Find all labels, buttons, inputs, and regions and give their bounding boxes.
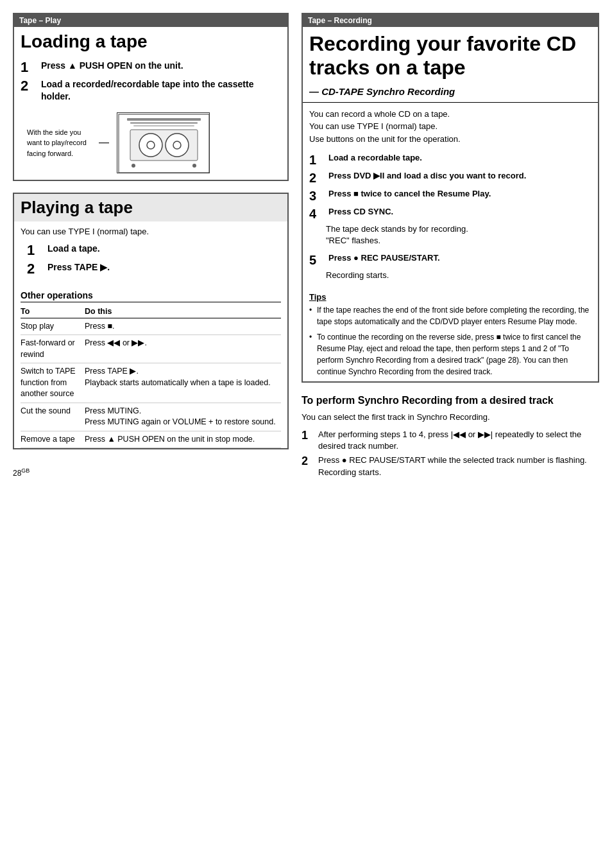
table-row: Fast-forward or rewindPress ◀◀ or ▶▶.: [21, 335, 281, 363]
tape-diagram: [117, 112, 210, 173]
step-text: Press DVD ▶II and load a disc you want t…: [328, 170, 526, 182]
left-column: Tape – Play Loading a tape 1 Press ▲ PUS…: [13, 13, 289, 855]
svg-point-10: [192, 164, 196, 168]
step-text: Press ■ twice to cancel the Resume Play.: [328, 188, 491, 200]
recording-step-4: 4Press CD SYNC.: [303, 204, 598, 222]
page-number: 28GB: [13, 461, 289, 478]
tips-list: If the tape reaches the end of the front…: [309, 304, 591, 378]
ops-to-cell: Switch to TAPE function from another sou…: [21, 363, 85, 403]
recording-section: Tape – Recording Recording your favorite…: [302, 13, 599, 383]
arrow-icon: —: [99, 137, 109, 148]
tips-body: If the tape reaches the end of the front…: [303, 304, 598, 378]
step-sub-text: The tape deck stands by for recording."R…: [303, 222, 598, 250]
play-step-number-1: 1: [27, 243, 45, 257]
svg-point-9: [132, 164, 135, 168]
loading-step-2-text: Load a recorded/recordable tape into the…: [41, 78, 281, 103]
recording-intro: You can record a whole CD on a tape. You…: [303, 108, 598, 146]
other-operations-title: Other operations: [21, 290, 281, 302]
play-step-1: 1 Load a tape.: [21, 241, 281, 260]
tape-play-header: Tape – Play: [14, 14, 287, 27]
loading-step-2: 2 Load a recorded/recordable tape into t…: [14, 77, 287, 106]
svg-rect-1: [127, 118, 201, 121]
synchro-step-1: 1After performing steps 1 to 4, press |◀…: [302, 429, 599, 452]
table-row: Switch to TAPE function from another sou…: [21, 363, 281, 403]
play-step-2-text: Press TAPE ▶.: [47, 261, 110, 274]
tape-note: With the side you want to play/record fa…: [27, 127, 91, 159]
table-row: Remove a tapePress ▲ PUSH OPEN on the un…: [21, 431, 281, 448]
step-number: 3: [309, 189, 326, 202]
ops-to-cell: Cut the sound: [21, 403, 85, 431]
right-column: Tape – Recording Recording your favorite…: [302, 13, 599, 855]
ops-do-cell: Press MUTING.Press MUTING again or VOLUM…: [85, 403, 281, 431]
play-intro: You can use TYPE I (normal) tape.: [21, 227, 281, 236]
synchro-steps: 1After performing steps 1 to 4, press |◀…: [302, 429, 599, 478]
tip-item-2: To continue the recording on the reverse…: [309, 331, 591, 378]
tips-title: Tips: [309, 292, 591, 302]
tape-recording-header: Tape – Recording: [303, 14, 598, 27]
step-number: 5: [309, 254, 326, 266]
step-text: Press ● REC PAUSE/START while the select…: [318, 455, 599, 478]
recording-steps: 1Load a recordable tape.2Press DVD ▶II a…: [303, 150, 598, 286]
recording-step-2: 2Press DVD ▶II and load a disc you want …: [303, 168, 598, 186]
step-text: After performing steps 1 to 4, press |◀◀…: [318, 429, 599, 452]
ops-do-cell: Press TAPE ▶.Playback starts automatical…: [85, 363, 281, 403]
loading-step-1: 1 Press ▲ PUSH OPEN on the unit.: [14, 58, 287, 77]
recording-step-1: 1Load a recordable tape.: [303, 150, 598, 168]
ops-to-cell: Stop play: [21, 318, 85, 335]
step-text: Load a recordable tape.: [328, 152, 422, 164]
synchro-step-2: 2Press ● REC PAUSE/START while the selec…: [302, 455, 599, 478]
page: Tape – Play Loading a tape 1 Press ▲ PUS…: [0, 0, 612, 868]
ops-to-cell: Remove a tape: [21, 431, 85, 448]
loading-tape-title: Loading a tape: [14, 27, 287, 58]
play-step-number-2: 2: [27, 262, 45, 276]
play-step-1-text: Load a tape.: [47, 243, 100, 256]
recording-title: Recording your favorite CD tracks on a t…: [303, 27, 598, 86]
tip-item-1: If the tape reaches the end of the front…: [309, 304, 591, 327]
ops-col-to: To: [21, 305, 85, 318]
play-step-2: 2 Press TAPE ▶.: [21, 260, 281, 279]
step-number-2: 2: [21, 79, 38, 93]
loading-tape-section: Tape – Play Loading a tape 1 Press ▲ PUS…: [13, 13, 289, 181]
playing-tape-section: Playing a tape You can use TYPE I (norma…: [13, 193, 289, 450]
step-number: 2: [309, 171, 326, 184]
table-row: Stop playPress ■.: [21, 318, 281, 335]
recording-step-3: 3Press ■ twice to cancel the Resume Play…: [303, 186, 598, 204]
synchro-intro: You can select the first track in Synchr…: [302, 411, 599, 424]
step-number: 2: [302, 455, 316, 468]
playing-tape-body: You can use TYPE I (normal) tape. 1 Load…: [14, 221, 287, 284]
step-sub-text: Recording starts.: [303, 268, 598, 285]
svg-rect-3: [133, 125, 194, 126]
step-number: 1: [309, 153, 326, 166]
step-number: 1: [302, 429, 316, 442]
synchro-title: To perform Synchro Recording from a desi…: [302, 394, 599, 408]
ops-do-cell: Press ■.: [85, 318, 281, 335]
table-row: Cut the soundPress MUTING.Press MUTING a…: [21, 403, 281, 431]
svg-point-8: [173, 141, 181, 149]
operations-table: To Do this Stop playPress ■.Fast-forward…: [21, 305, 281, 449]
ops-to-cell: Fast-forward or rewind: [21, 335, 85, 363]
recording-step-5: 5Press ● REC PAUSE/START.: [303, 250, 598, 268]
svg-point-6: [147, 141, 155, 149]
step-text: Press ● REC PAUSE/START.: [328, 252, 440, 264]
recording-subtitle: — CD-TAPE Synchro Recording: [303, 86, 598, 103]
ops-do-cell: Press ◀◀ or ▶▶.: [85, 335, 281, 363]
ops-do-cell: Press ▲ PUSH OPEN on the unit in stop mo…: [85, 431, 281, 448]
tape-illustration: With the side you want to play/record fa…: [14, 106, 287, 180]
svg-rect-2: [130, 122, 198, 124]
loading-step-1-text: Press ▲ PUSH OPEN on the unit.: [41, 60, 183, 73]
step-number: 4: [309, 207, 326, 220]
step-text: Press CD SYNC.: [328, 206, 393, 218]
step-number-1: 1: [21, 60, 38, 74]
playing-tape-title: Playing a tape: [14, 194, 287, 221]
ops-col-do: Do this: [85, 305, 281, 318]
synchro-section: To perform Synchro Recording from a desi…: [302, 394, 599, 478]
